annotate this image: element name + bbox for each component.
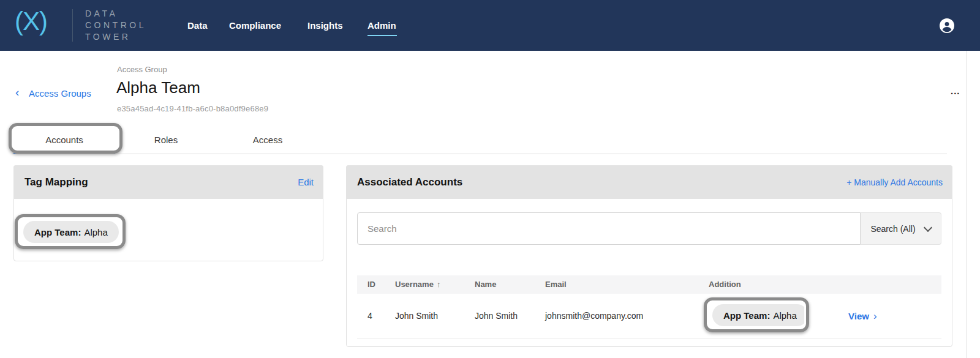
associated-accounts-title: Associated Accounts <box>357 176 462 188</box>
sort-ascending-icon: ↑ <box>437 280 441 289</box>
tab-accounts[interactable]: Accounts <box>13 125 115 154</box>
brand-divider <box>72 9 73 42</box>
associated-accounts-header: Associated Accounts + Manually Add Accou… <box>346 165 952 199</box>
accounts-search-box <box>357 212 861 245</box>
accounts-search-input[interactable] <box>358 213 860 244</box>
page: (X) DATA CONTROL TOWER Data Compliance I… <box>0 0 980 358</box>
column-header-username-label: Username <box>395 280 434 289</box>
back-link-access-groups[interactable]: Access Groups <box>29 88 91 99</box>
view-label: View <box>848 311 869 321</box>
nav-item-data[interactable]: Data <box>187 20 208 31</box>
top-navbar: (X) DATA CONTROL TOWER Data Compliance I… <box>0 0 980 51</box>
tag-chip-app-team-alpha[interactable]: App Team: Alpha <box>23 221 119 243</box>
table-header-row <box>357 275 941 294</box>
user-avatar-icon[interactable] <box>940 18 954 33</box>
tag-mapping-header: Tag Mapping Edit <box>13 165 323 199</box>
tag-key: App Team: <box>34 227 81 237</box>
row-tag-value: Alpha <box>773 310 796 321</box>
view-account-link[interactable]: View› <box>848 294 877 338</box>
column-header-username[interactable]: Username↑ <box>395 275 440 294</box>
cell-username: John Smith <box>395 294 438 338</box>
back-chevron-icon[interactable]: ‹ <box>15 86 19 99</box>
column-header-id[interactable]: ID <box>368 275 375 294</box>
search-scope-dropdown[interactable]: Search (All) <box>861 212 941 245</box>
row-tag-chip-app-team-alpha: App Team: Alpha <box>712 304 808 326</box>
brand-line-2: CONTROL <box>85 20 146 31</box>
manually-add-accounts-link[interactable]: + Manually Add Accounts <box>846 177 943 187</box>
column-header-addition[interactable]: Addition <box>709 275 741 294</box>
nav-item-insights[interactable]: Insights <box>307 20 343 31</box>
nav-item-compliance[interactable]: Compliance <box>229 20 281 31</box>
row-divider <box>357 338 941 338</box>
row-tag-key: App Team: <box>723 310 770 321</box>
overflow-menu-icon[interactable]: ... <box>951 86 960 96</box>
tag-mapping-title: Tag Mapping <box>24 176 88 188</box>
tabs-divider <box>12 154 947 154</box>
column-header-email[interactable]: Email <box>545 275 567 294</box>
chevron-right-icon: › <box>873 310 877 322</box>
chevron-down-icon <box>923 223 932 231</box>
nav-active-indicator <box>368 35 397 36</box>
search-scope-label: Search (All) <box>870 224 915 234</box>
column-header-name[interactable]: Name <box>475 275 496 294</box>
brand-line-3: TOWER <box>85 31 146 43</box>
page-right-edge-divider <box>966 51 967 358</box>
page-title: Alpha Team <box>116 78 200 97</box>
page-eyebrow: Access Group <box>117 65 167 74</box>
brand-line-1: DATA <box>85 8 146 20</box>
cell-email: johnsmith@company.com <box>545 294 643 338</box>
brand-wordmark: DATA CONTROL TOWER <box>85 8 146 43</box>
tag-value: Alpha <box>84 227 107 237</box>
nav-item-admin[interactable]: Admin <box>368 20 396 31</box>
cell-id: 4 <box>368 294 372 338</box>
brand-logo-icon[interactable]: (X) <box>15 7 47 36</box>
edit-tag-mapping-link[interactable]: Edit <box>298 177 314 187</box>
tab-roles[interactable]: Roles <box>115 125 217 154</box>
tab-access[interactable]: Access <box>217 125 318 154</box>
page-uuid: e35a45ad-4c19-41fb-a6c0-b8a0df9e68e9 <box>117 104 268 113</box>
cell-name: John Smith <box>475 294 518 338</box>
